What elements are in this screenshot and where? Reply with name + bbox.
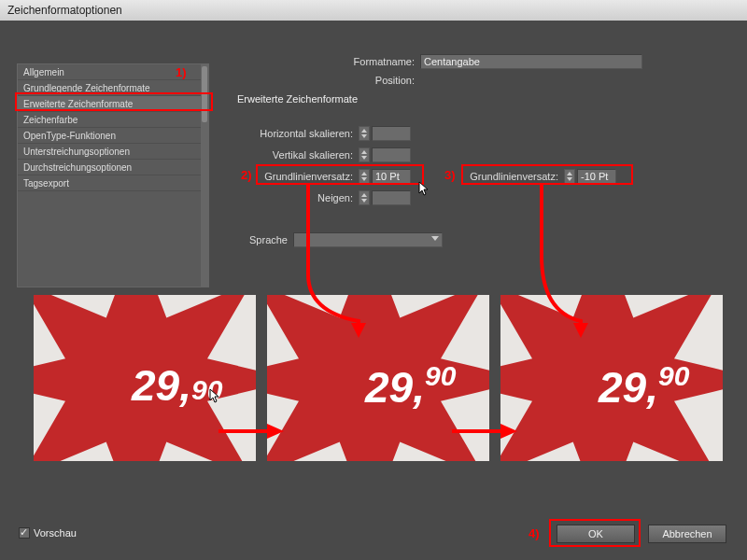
section-title: Erweiterte Zeichenformate	[237, 93, 358, 105]
language-label: Sprache	[237, 234, 293, 245]
tilt-spinner[interactable]	[359, 190, 370, 205]
cancel-button[interactable]: Abbrechen	[648, 525, 726, 543]
sidebar-item-erweiterte[interactable]: Erweiterte Zeichenformate	[18, 96, 208, 112]
baseline-field[interactable]: 10 Pt	[372, 169, 411, 184]
sidebar-item-durchstreichung[interactable]: Durchstreichungsoptionen	[18, 160, 208, 175]
baseline2-spinner[interactable]	[564, 169, 575, 184]
baseline2-row: Grundlinienversatz: -10 Pt	[452, 168, 657, 185]
vert-row: Vertikal skalieren:	[237, 147, 433, 163]
price-main: 29,90	[599, 360, 689, 413]
formatname-field[interactable]: Centangabe	[420, 54, 642, 69]
price-main: 29,90	[365, 360, 456, 413]
sidebar-item-unterstreichung[interactable]: Unterstreichungsoptionen	[18, 144, 208, 160]
vert-label: Vertikal skalieren:	[237, 149, 359, 161]
formatname-row: Formatname: Centangabe	[336, 53, 654, 70]
sidebar-scroll-thumb[interactable]	[202, 66, 207, 122]
tilt-field[interactable]	[372, 190, 411, 205]
language-row: Sprache	[237, 231, 480, 248]
vert-spinner[interactable]	[359, 147, 370, 162]
baseline-spinner[interactable]	[359, 169, 370, 184]
baseline2-field[interactable]: -10 Pt	[577, 169, 616, 184]
dialog-title: Zeichenformatoptionen	[0, 0, 747, 21]
dialog-content: Allgemein Grundlegende Zeichenformate Er…	[0, 21, 747, 560]
vert-field[interactable]	[372, 147, 411, 162]
preview-row: 29,90 29,90 29,90	[34, 295, 723, 461]
price-main: 29,90	[132, 360, 222, 411]
preview-2: 29,90	[267, 295, 489, 461]
chevron-down-icon	[431, 236, 439, 241]
language-select[interactable]	[293, 232, 443, 247]
sidebar-item-grundlegende[interactable]: Grundlegende Zeichenformate	[18, 80, 208, 96]
tilt-label: Neigen:	[237, 192, 359, 203]
preview-checkbox-label: Vorschau	[34, 527, 77, 539]
preview-1: 29,90	[34, 295, 256, 461]
baseline-row: Grundlinienversatz: 10 Pt	[237, 168, 433, 185]
baseline-label: Grundlinienversatz:	[237, 171, 359, 182]
sidebar-item-zeichenfarbe[interactable]: Zeichenfarbe	[18, 112, 208, 128]
horiz-field[interactable]	[372, 126, 411, 141]
preview-checkbox[interactable]: Vorschau	[19, 527, 77, 539]
formatname-label: Formatname:	[336, 56, 420, 67]
position-row: Position:	[336, 72, 523, 89]
sidebar: Allgemein Grundlegende Zeichenformate Er…	[17, 63, 209, 287]
horiz-spinner[interactable]	[359, 126, 370, 141]
sidebar-item-allgemein[interactable]: Allgemein	[18, 64, 208, 80]
sidebar-scrollbar[interactable]	[201, 64, 208, 287]
price-cents: 90	[658, 360, 689, 391]
preview-3: 29,90	[500, 295, 723, 461]
sidebar-item-tagsexport[interactable]: Tagsexport	[18, 175, 208, 191]
ok-button[interactable]: OK	[557, 525, 635, 543]
annotation-4: 4)	[529, 526, 540, 540]
dialog: Zeichenformatoptionen Allgemein Grundleg…	[0, 0, 747, 560]
horiz-row: Horizontal skalieren:	[237, 125, 433, 142]
sidebar-item-opentype[interactable]: OpenType-Funktionen	[18, 128, 208, 144]
price-cents: 90	[191, 374, 222, 405]
baseline2-label: Grundlinienversatz:	[452, 171, 564, 182]
position-label: Position:	[336, 75, 420, 86]
horiz-label: Horizontal skalieren:	[237, 128, 359, 139]
tilt-row: Neigen:	[237, 189, 433, 206]
price-cents: 90	[425, 360, 456, 391]
checkbox-icon	[19, 527, 30, 539]
